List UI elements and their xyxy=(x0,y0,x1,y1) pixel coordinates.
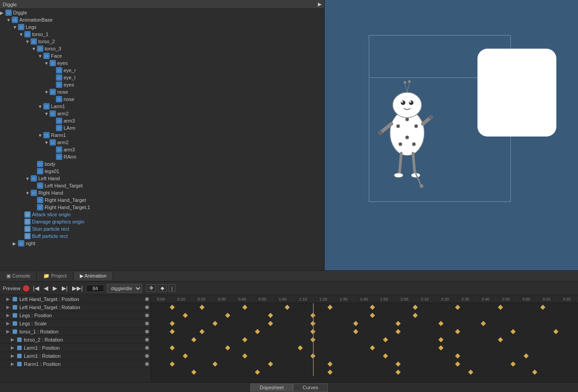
keyframe-diamond[interactable] xyxy=(553,329,558,334)
tree-item-diggle[interactable]: ▶ □ Diggle xyxy=(0,9,324,16)
keyframe-diamond[interactable] xyxy=(383,353,388,358)
tree-item-left-hand[interactable]: ▼ □ Left Hand xyxy=(0,175,324,182)
tree-item-rarm1-arm2[interactable]: ▼ □ arm2 xyxy=(0,139,324,146)
prev-frame-button[interactable]: ◀ xyxy=(43,285,49,292)
track-row-6[interactable]: ▶ Larm1 : Position xyxy=(0,344,151,352)
keyframe-diamond[interactable] xyxy=(170,329,175,334)
tree-item-nose[interactable]: □ nose xyxy=(0,96,324,103)
keyframe-diamond[interactable] xyxy=(200,305,205,310)
track-row-2[interactable]: ▶ Legs : Position xyxy=(0,311,151,319)
keyframe-diamond[interactable] xyxy=(310,337,315,342)
tree-item-larm1[interactable]: ▼ □ Larm1 xyxy=(0,103,324,110)
tree-item-attack-slice[interactable]: □ Attack slice origin xyxy=(0,211,324,218)
keyframe-diamond[interactable] xyxy=(481,321,486,326)
keyframe-diamond[interactable] xyxy=(268,313,273,318)
goto-start-button[interactable]: |◀ xyxy=(32,285,40,292)
tree-item-nose-group[interactable]: ▼ □ nose xyxy=(0,88,324,96)
keyframe-diamond[interactable] xyxy=(225,313,230,318)
tree-item-rarm1-arm3[interactable]: □ arm3 xyxy=(0,146,324,153)
keyframe-diamond[interactable] xyxy=(183,313,188,318)
keyframe-diamond[interactable] xyxy=(183,353,188,358)
keyframe-diamond[interactable] xyxy=(327,361,332,366)
tree-item-animation-base[interactable]: ▼ □ AnimationBase xyxy=(0,16,324,23)
keyframe-diamond[interactable] xyxy=(191,369,196,374)
keyframe-diamond[interactable] xyxy=(242,353,247,358)
track-row-8[interactable]: ▶ Rarm1 : Position xyxy=(0,360,151,368)
play-button[interactable]: ▶ xyxy=(52,285,58,292)
tree-item-eye_r[interactable]: □ eye_r xyxy=(0,67,324,74)
tree-item-torso_1[interactable]: ▼ □ torso_1 xyxy=(0,31,324,38)
tree-item-right[interactable]: ▶ □ right xyxy=(0,240,324,247)
keyframe-diamond[interactable] xyxy=(383,337,388,342)
keyframe-diamond[interactable] xyxy=(327,369,332,374)
dopesheet-button[interactable]: Dopesheet xyxy=(250,383,293,392)
tree-item-right-hand-target[interactable]: □ Right Hand_Target xyxy=(0,196,324,204)
hierarchy-scroll[interactable]: ▶ □ Diggle ▼ □ AnimationBase ▼ □ Legs ▼ … xyxy=(0,9,324,269)
next-frame-button[interactable]: ▶| xyxy=(61,285,69,292)
goto-end-button[interactable]: ▶▶| xyxy=(71,285,83,292)
keyframe-diamond[interactable] xyxy=(370,305,375,310)
keyframe-diamond[interactable] xyxy=(498,337,503,342)
keyframe-diamond[interactable] xyxy=(438,345,443,350)
keyframe-diamond[interactable] xyxy=(395,321,400,326)
keyframe-diamond[interactable] xyxy=(395,369,400,374)
track-row-5[interactable]: ▶ torso_2 : Rotation xyxy=(0,336,151,344)
tree-item-eyes[interactable]: ▼ □ eyes xyxy=(0,59,324,67)
tree-item-right-hand-target1[interactable]: □ Right Hand_Target.1 xyxy=(0,204,324,211)
keyframe-diamond[interactable] xyxy=(242,337,247,342)
tree-item-body[interactable]: □ body xyxy=(0,160,324,168)
keyframe-diamond[interactable] xyxy=(370,313,375,318)
keyframe-diamond[interactable] xyxy=(212,321,217,326)
curves-button[interactable]: Curves xyxy=(293,383,328,392)
keyframe-diamond[interactable] xyxy=(353,329,358,334)
keyframe-diamond[interactable] xyxy=(455,361,460,366)
tree-item-right-hand[interactable]: ▼ □ Right Hand xyxy=(0,189,324,196)
track-row-1[interactable]: ▶ Left Hand_Target : Rotation xyxy=(0,303,151,311)
clip-select[interactable]: diggleIdle xyxy=(107,284,142,293)
track-row-3[interactable]: ▶ Legs : Scale xyxy=(0,319,151,328)
keyframe-diamond[interactable] xyxy=(191,337,196,342)
track-row-7[interactable]: ▶ Larm1 : Rotation xyxy=(0,352,151,360)
keyframe-diamond[interactable] xyxy=(285,305,290,310)
keyframe-diamond[interactable] xyxy=(170,361,175,366)
tree-item-torso_2[interactable]: ▼ □ torso_2 xyxy=(0,38,324,45)
keyframe-diamond[interactable] xyxy=(498,305,503,310)
tree-item-face[interactable]: ▼ □ Face xyxy=(0,52,324,59)
keyframe-diamond[interactable] xyxy=(242,305,247,310)
record-button[interactable] xyxy=(23,285,29,292)
keyframe-diamond[interactable] xyxy=(395,329,400,334)
keyframe-diamond[interactable] xyxy=(310,353,315,358)
keyframe-diamond[interactable] xyxy=(455,353,460,358)
keyframe-diamond[interactable] xyxy=(255,329,260,334)
keyframe-diamond[interactable] xyxy=(310,313,315,318)
keyframe-diamond[interactable] xyxy=(268,361,273,366)
tree-item-larm1-arm2[interactable]: ▼ □ arm2 xyxy=(0,110,324,117)
tree-item-buff-particle[interactable]: □ Buff particle rect xyxy=(0,232,324,240)
keyframe-diamond[interactable] xyxy=(523,353,528,358)
keyframe-diamond[interactable] xyxy=(532,369,537,374)
tree-item-larm1-arm3[interactable]: □ arm3 xyxy=(0,117,324,124)
tab-animation[interactable]: ▶ Animation xyxy=(73,272,113,280)
keyframe-diamond[interactable] xyxy=(511,361,516,366)
timeline-area[interactable]: 0:000:100:200:300:400:501:001:101:201:30… xyxy=(151,295,578,382)
keyframe-diamond[interactable] xyxy=(455,329,460,334)
track-row-0[interactable]: ▶ Left Hand_Target : Position xyxy=(0,295,151,303)
track-row-4[interactable]: ▶ torso_1 : Rotation xyxy=(0,328,151,336)
keyframe-diamond[interactable] xyxy=(310,321,315,326)
tab-console[interactable]: ▣ Console xyxy=(0,272,37,280)
keyframe-diamond[interactable] xyxy=(298,345,303,350)
extra-tool-button[interactable]: | xyxy=(169,284,175,292)
tree-item-torso_3[interactable]: ▼ □ torso_3 xyxy=(0,45,324,52)
keyframe-diamond[interactable] xyxy=(370,345,375,350)
keyframe-diamond[interactable] xyxy=(541,305,546,310)
tab-project[interactable]: 📁 Project xyxy=(37,272,73,280)
keyframe-diamond[interactable] xyxy=(413,305,417,310)
keyframe-diamond[interactable] xyxy=(170,345,175,350)
move-tool-button[interactable]: ✥ xyxy=(147,284,156,292)
tree-item-damage-graphics[interactable]: □ Damage graphics origin xyxy=(0,218,324,225)
keyframe-diamond[interactable] xyxy=(225,345,230,350)
keyframe-diamond[interactable] xyxy=(395,361,400,366)
keyframe-diamond[interactable] xyxy=(511,329,516,334)
tree-item-rarm1[interactable]: ▼ □ Rarm1 xyxy=(0,132,324,139)
keyframe-diamond[interactable] xyxy=(353,321,358,326)
